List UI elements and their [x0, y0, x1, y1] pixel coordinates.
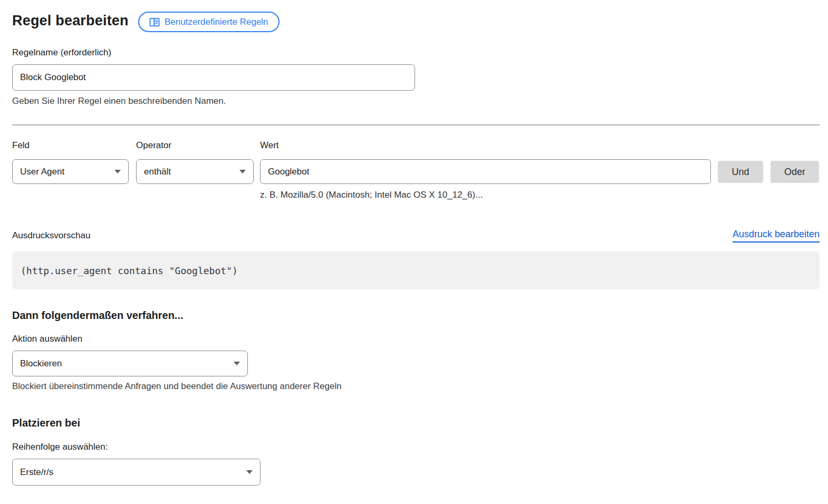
- rule-name-label: Regelname (erforderlich): [12, 47, 111, 58]
- value-input[interactable]: [260, 159, 711, 184]
- value-label: Wert: [260, 140, 279, 151]
- expression-preview-box: (http.user_agent contains "Googlebot"): [12, 251, 820, 289]
- custom-rules-badge-button[interactable]: Benutzerdefinierte Regeln: [138, 12, 280, 32]
- action-select-value: Blockieren: [20, 358, 62, 369]
- order-select[interactable]: Erste/r/s: [12, 459, 261, 486]
- operator-select[interactable]: enthält: [136, 159, 254, 184]
- operator-label: Operator: [136, 140, 171, 151]
- operator-select-value: enthält: [144, 167, 171, 177]
- book-open-icon: [149, 17, 160, 27]
- or-button[interactable]: Oder: [771, 161, 819, 183]
- and-button[interactable]: Und: [718, 161, 763, 183]
- field-select-value: User Agent: [20, 167, 64, 177]
- expression-preview-label: Ausdrucksvorschau: [12, 230, 90, 241]
- rule-name-helper: Geben Sie Ihrer Regel einen beschreibend…: [12, 96, 226, 106]
- field-label: Feld: [12, 140, 30, 151]
- custom-rules-badge-label: Benutzerdefinierte Regeln: [165, 17, 268, 27]
- chevron-down-icon: [234, 362, 240, 365]
- edit-rule-page: Regel bearbeiten Benutzerdefinierte Rege…: [0, 0, 828, 504]
- field-select[interactable]: User Agent: [12, 159, 129, 184]
- page-title: Regel bearbeiten: [12, 13, 129, 29]
- order-label: Reihenfolge auswählen:: [12, 442, 108, 452]
- rule-name-input[interactable]: [12, 64, 415, 91]
- order-select-value: Erste/r/s: [20, 467, 53, 478]
- chevron-down-icon: [114, 170, 121, 173]
- action-section-heading: Dann folgendermaßen verfahren...: [12, 309, 184, 322]
- expression-code: (http.user_agent contains "Googlebot"): [21, 265, 238, 276]
- action-label: Aktion auswählen: [12, 334, 82, 344]
- action-helper: Blockiert übereinstimmende Anfragen und …: [12, 381, 342, 392]
- value-helper: z. B. Mozilla/5.0 (Macintosh; Intel Mac …: [260, 190, 483, 200]
- chevron-down-icon: [239, 170, 246, 173]
- edit-expression-link[interactable]: Ausdruck bearbeiten: [733, 229, 820, 243]
- chevron-down-icon: [246, 470, 253, 474]
- action-select[interactable]: Blockieren: [12, 351, 248, 376]
- placement-section-heading: Platzieren bei: [12, 417, 80, 429]
- section-divider: [12, 124, 820, 125]
